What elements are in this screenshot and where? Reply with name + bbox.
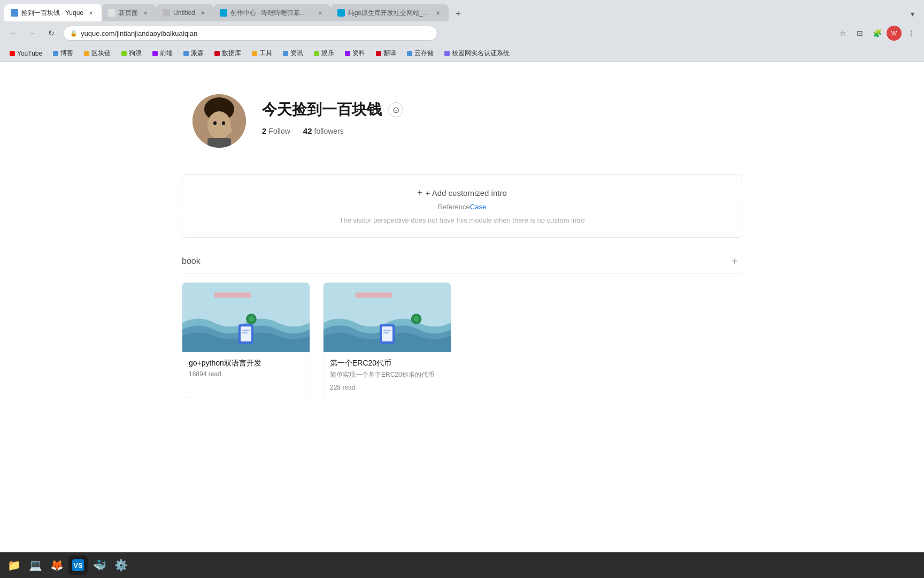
bookmark-frontend-label: 前端 <box>160 49 173 58</box>
avatar <box>192 94 246 148</box>
tab-close-3[interactable]: ✕ <box>198 9 207 17</box>
tab-close-5[interactable]: ✕ <box>434 9 442 17</box>
url-bar[interactable]: 🔒 yuque.com/jintianjiandaoyibaikuaiqian <box>63 26 437 41</box>
svg-rect-22 <box>383 332 389 333</box>
tools-favicon <box>252 51 257 56</box>
reload-button[interactable]: ↻ <box>44 26 59 41</box>
book-cover-2 <box>324 283 451 352</box>
svg-rect-8 <box>214 292 251 298</box>
tab-new-page[interactable]: 新页面 ✕ <box>102 4 156 21</box>
tab-bilibili-1[interactable]: 创作中心 · 哔哩哔哩弹幕视频网 ✕ <box>213 4 331 21</box>
followers-count: 42 <box>303 126 312 135</box>
svg-point-10 <box>249 316 254 322</box>
youtube-favicon <box>10 51 15 56</box>
follow-label: Follow <box>268 127 290 135</box>
reference-text: Reference <box>438 203 470 211</box>
svg-rect-12 <box>241 326 251 341</box>
book-icon-2 <box>379 323 396 347</box>
bookmark-youtube[interactable]: YouTube <box>5 49 47 58</box>
bookmark-db-label: 数据库 <box>222 49 241 58</box>
bookmark-entertainment-label: 娱乐 <box>321 49 334 58</box>
bookmark-blog-label: 博客 <box>60 49 73 58</box>
bookmark-blockchain-label: 区块链 <box>91 49 111 58</box>
bookmark-translate-label: 翻译 <box>383 49 396 58</box>
add-intro-button[interactable]: + + Add customized intro <box>417 188 507 197</box>
svg-rect-21 <box>383 330 391 331</box>
reference-link[interactable]: Case <box>470 203 486 211</box>
svg-point-3 <box>213 121 217 125</box>
bookmark-tools[interactable]: 工具 <box>248 48 276 59</box>
tab-label-3: Untitled <box>173 9 195 17</box>
forward-button[interactable]: → <box>25 26 40 41</box>
book-cover-1 <box>182 283 310 352</box>
tab-close[interactable]: ✕ <box>87 9 95 17</box>
taskbar-settings[interactable]: ⚙️ <box>111 556 130 575</box>
taskbar: 📁 💻 🦊 VS 🐳 ⚙️ <box>0 552 924 578</box>
book-info-2: 第一个ERC20代币 简单实现一个基于ERC20标准的代币 228 read <box>324 352 451 398</box>
tab-label-5: 纯go原生库开发社交网站_哔哩... <box>348 9 430 18</box>
blog-favicon <box>53 51 58 56</box>
book-card-2[interactable]: 第一个ERC20代币 简单实现一个基于ERC20标准的代币 228 read <box>323 282 451 398</box>
profile-icon[interactable]: W <box>887 26 902 41</box>
tab-close-4[interactable]: ✕ <box>316 9 325 17</box>
book-section-title: book <box>182 256 201 266</box>
book-reads-1: 16894 read <box>189 370 303 378</box>
book-add-button[interactable]: + <box>727 254 742 269</box>
bookmark-news[interactable]: 资讯 <box>279 48 307 59</box>
tab-close-2[interactable]: ✕ <box>141 9 150 17</box>
svg-rect-20 <box>382 326 392 341</box>
bookmark-translate[interactable]: 翻译 <box>372 48 401 59</box>
new-tab-button[interactable]: + <box>451 6 466 21</box>
book-desc-2: 简单实现一个基于ERC20标准的代币 <box>330 370 444 379</box>
intro-hint: The visitor perspective does not have th… <box>340 216 585 224</box>
taskbar-files[interactable]: 📁 <box>4 556 24 575</box>
book-section-header: book + <box>182 254 742 273</box>
back-button[interactable]: ← <box>5 26 20 41</box>
taskbar-browser[interactable]: 🦊 <box>47 556 66 575</box>
bookmark-gulang[interactable]: 狗浪 <box>117 48 146 59</box>
tab-active[interactable]: 捡到一百块钱 · Yuque ✕ <box>4 4 102 21</box>
bookmark-cloud[interactable]: 云存储 <box>403 48 438 59</box>
bookmark-blockchain[interactable]: 区块链 <box>80 48 115 59</box>
screen-icon[interactable]: ⊡ <box>852 26 867 41</box>
tab-bilibili-2[interactable]: 纯go原生库开发社交网站_哔哩... ✕ <box>331 4 449 21</box>
bookmark-blog[interactable]: 博客 <box>49 48 78 59</box>
bookmark-star-icon[interactable]: ☆ <box>835 26 850 41</box>
taskbar-computer[interactable]: 💻 <box>26 556 45 575</box>
more-menu-icon[interactable]: ⋮ <box>904 26 919 41</box>
taskbar-go[interactable]: 🐳 <box>90 556 109 575</box>
bookmark-frontend[interactable]: 前端 <box>148 48 177 59</box>
tab-expand-button[interactable]: ▾ <box>905 6 920 21</box>
book-card-1[interactable]: go+python双语言开发 16894 read <box>182 282 310 398</box>
svg-rect-14 <box>242 332 248 333</box>
auth-favicon <box>444 51 450 56</box>
svg-rect-16 <box>356 292 392 298</box>
tab-favicon-5 <box>337 9 345 17</box>
book-reads-count-2: 228 <box>330 384 341 391</box>
url-bar-row: ← → ↻ 🔒 yuque.com/jintianjiandaoyibaikua… <box>0 21 924 45</box>
bookmark-auth[interactable]: 校园网实名认证系统 <box>440 48 514 59</box>
bookmark-paisen[interactable]: 派森 <box>179 48 208 59</box>
taskbar-ide[interactable]: VS <box>68 556 88 575</box>
tab-favicon-2 <box>108 9 116 17</box>
paisen-favicon <box>183 51 189 56</box>
bookmark-youtube-label: YouTube <box>17 50 42 57</box>
bookmark-auth-label: 校园网实名认证系统 <box>452 49 510 58</box>
bookmark-entertainment[interactable]: 娱乐 <box>310 48 338 59</box>
bookmark-db[interactable]: 数据库 <box>210 48 245 59</box>
profile-menu-button[interactable]: ⊙ <box>388 102 403 117</box>
bookmark-resources[interactable]: 资料 <box>341 48 369 59</box>
resources-favicon <box>345 51 350 56</box>
add-intro-label: + Add customized intro <box>426 188 507 197</box>
followers-stat: 42 followers <box>303 126 344 135</box>
extension-icon[interactable]: 🧩 <box>869 26 884 41</box>
bookmark-cloud-label: 云存储 <box>414 49 434 58</box>
intro-box: + + Add customized intro ReferenceCase T… <box>182 174 742 238</box>
profile-stats: 2 Follow 42 followers <box>262 126 403 135</box>
blockchain-favicon <box>84 51 89 56</box>
tab-untitled[interactable]: Untitled ✕ <box>156 4 213 21</box>
book-info-1: go+python双语言开发 16894 read <box>182 352 310 384</box>
svg-point-18 <box>414 316 419 322</box>
bookmark-paisen-label: 派森 <box>191 49 204 58</box>
follow-count: 2 <box>262 126 266 135</box>
